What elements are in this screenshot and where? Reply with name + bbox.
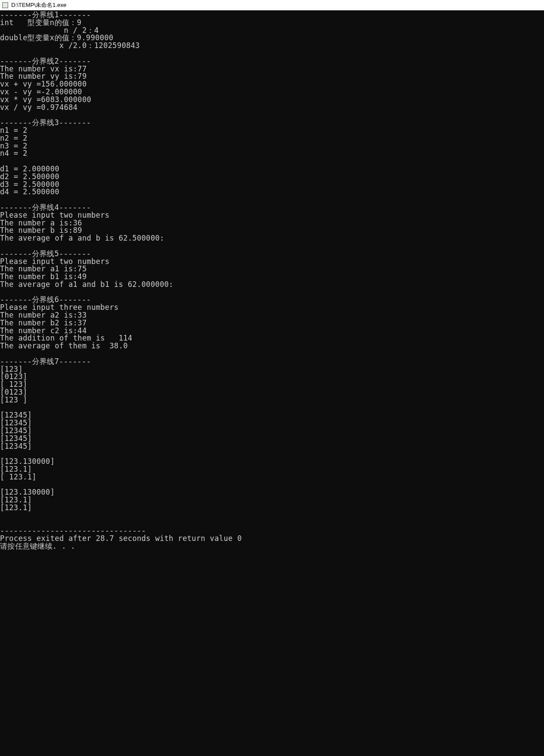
console-line: Please input two numbers [0, 212, 544, 219]
console-line: vx / vy =0.974684 [0, 104, 544, 112]
console-line: d4 = 2.500000 [0, 188, 544, 196]
console-line [0, 450, 544, 458]
console-line: -------分界线1------- [0, 11, 544, 19]
console-line: vx * vy =6083.000000 [0, 96, 544, 104]
console-line: [123 ] [0, 396, 544, 404]
console-line: -------分界线5------- [0, 250, 544, 258]
console-line: The average of them is 38.0 [0, 342, 544, 350]
console-line: d3 = 2.500000 [0, 181, 544, 189]
console-line: n2 = 2 [0, 135, 544, 142]
console-line: [123.1] [0, 504, 544, 512]
console-line: [123.130000] [0, 458, 544, 466]
console-line: Process exited after 28.7 seconds with r… [0, 535, 544, 543]
console-line: [123.1] [0, 496, 544, 504]
console-line: -------分界线7------- [0, 358, 544, 366]
console-line: x /2.0：1202590843 [0, 42, 544, 50]
console-line [0, 481, 544, 489]
console-line: n3 = 2 [0, 142, 544, 150]
console-line: [123.130000] [0, 489, 544, 496]
console-line: [123] [0, 366, 544, 373]
console-line: The average of a and b is 62.500000: [0, 235, 544, 242]
console-line [0, 404, 544, 412]
console-line: 请按任意键继续. . . [0, 543, 544, 550]
console-line: n1 = 2 [0, 127, 544, 135]
console-line: The number b2 is:37 [0, 319, 544, 327]
console-line: [ 123.1] [0, 473, 544, 481]
console-line: d2 = 2.500000 [0, 173, 544, 181]
console-line: n4 = 2 [0, 150, 544, 158]
console-line: [12345] [0, 427, 544, 435]
window-app-icon [2, 2, 9, 9]
console-line: [12345] [0, 412, 544, 419]
console-line: [ 123] [0, 381, 544, 389]
console-line: [12345] [0, 435, 544, 443]
console-line: [123.1] [0, 466, 544, 473]
console-line: [0123] [0, 389, 544, 396]
console-output[interactable]: -------分界线1-------int 型变量n的值：9 n / 2：4do… [0, 10, 544, 756]
console-line: d1 = 2.000000 [0, 165, 544, 173]
console-line: [12345] [0, 419, 544, 427]
console-line: The average of a1 and b1 is 62.000000: [0, 281, 544, 289]
console-line [0, 158, 544, 165]
window-title: D:\TEMP\未命名1.exe [11, 1, 66, 9]
console-line: [12345] [0, 443, 544, 450]
console-line [0, 512, 544, 520]
console-line: -------分界线3------- [0, 119, 544, 127]
console-line: int 型变量n的值：9 [0, 19, 544, 27]
window-titlebar[interactable]: D:\TEMP\未命名1.exe [0, 0, 544, 10]
console-line: -------分界线2------- [0, 58, 544, 65]
svg-rect-1 [3, 3, 7, 7]
console-line: [0123] [0, 373, 544, 381]
